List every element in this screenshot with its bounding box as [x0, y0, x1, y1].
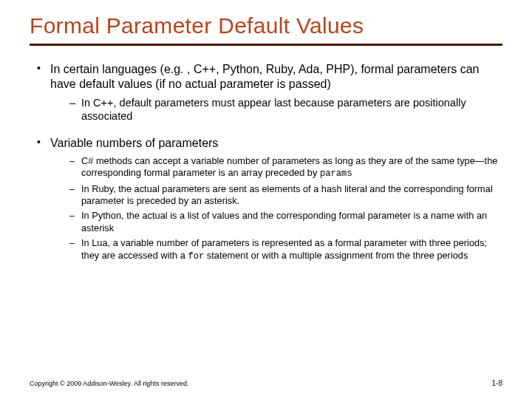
bullet-2: Variable numbers of parameters C# method…	[34, 136, 498, 262]
bullet-2-sub-2: In Ruby, the actual parameters are sent …	[66, 183, 498, 208]
bullet-2-sub-1: C# methods can accept a variable number …	[66, 155, 498, 180]
bullet-2-sub-3: In Python, the actual is a list of value…	[66, 210, 498, 234]
code-for: for	[188, 251, 204, 262]
slide-title: Formal Parameter Default Values	[30, 13, 502, 39]
bullet-2-sub-1a: C# methods can accept a variable number …	[81, 155, 497, 178]
code-params: params	[320, 168, 352, 179]
bullet-2-sub-4: In Lua, a variable number of parameters …	[66, 237, 498, 262]
bullet-1: In certain languages (e.g. , C++, Python…	[34, 62, 498, 123]
bullet-2-sublist: C# methods can accept a variable number …	[50, 155, 498, 262]
title-rule	[30, 44, 502, 46]
slide: Formal Parameter Default Values In certa…	[0, 0, 532, 399]
bullet-2-text: Variable numbers of parameters	[50, 137, 218, 149]
copyright-footer: Copyright © 2009 Addison-Wesley. All rig…	[30, 380, 188, 387]
bullet-1-text: In certain languages (e.g. , C++, Python…	[50, 63, 479, 90]
bullet-2-sub-4b: statement or with a multiple assignment …	[204, 250, 468, 261]
bullet-list: In certain languages (e.g. , C++, Python…	[30, 62, 502, 263]
bullet-1-sublist: In C++, default parameters must appear l…	[50, 96, 498, 123]
page-number: 1-8	[492, 379, 502, 387]
bullet-1-sub-1: In C++, default parameters must appear l…	[66, 96, 498, 123]
